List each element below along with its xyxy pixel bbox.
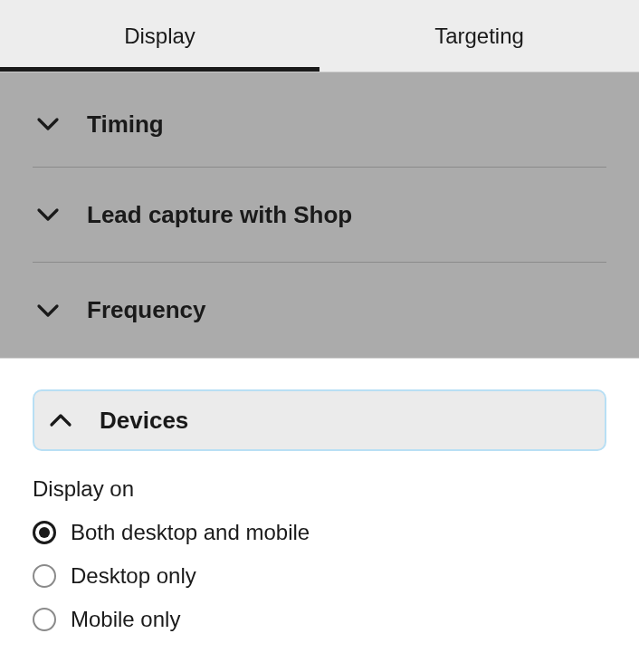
radio-option-both[interactable]: Both desktop and mobile	[33, 520, 606, 545]
accordion-collapsed-group: Timing Lead capture with Shop Frequency	[0, 72, 639, 358]
tabs-bar: Display Targeting	[0, 0, 639, 72]
chevron-down-icon	[33, 109, 63, 139]
tab-targeting[interactable]: Targeting	[320, 0, 639, 72]
tab-display[interactable]: Display	[0, 0, 320, 72]
radio-option-mobile[interactable]: Mobile only	[33, 607, 606, 632]
radio-label: Desktop only	[71, 563, 196, 589]
section-frequency[interactable]: Frequency	[33, 263, 606, 358]
tab-active-indicator	[0, 67, 320, 72]
section-devices-header[interactable]: Devices	[33, 389, 606, 451]
radio-indicator	[33, 521, 56, 544]
section-label: Frequency	[87, 296, 206, 324]
radio-indicator	[33, 564, 56, 588]
section-lead-capture[interactable]: Lead capture with Shop	[33, 168, 606, 263]
section-label: Devices	[100, 407, 188, 435]
section-label: Timing	[87, 110, 164, 139]
section-timing[interactable]: Timing	[33, 72, 606, 168]
radio-group-label: Display on	[33, 476, 606, 502]
section-devices-wrap: Devices Display on Both desktop and mobi…	[0, 358, 639, 632]
chevron-down-icon	[33, 295, 63, 326]
section-label: Lead capture with Shop	[87, 201, 352, 229]
radio-option-desktop[interactable]: Desktop only	[33, 563, 606, 589]
radio-label: Mobile only	[71, 607, 180, 632]
radio-indicator	[33, 608, 56, 631]
section-devices-header-outer: Devices	[33, 359, 606, 476]
radio-label: Both desktop and mobile	[71, 520, 310, 545]
chevron-down-icon	[33, 199, 63, 230]
chevron-up-icon	[45, 405, 76, 436]
accordion-collapsed-inner: Timing Lead capture with Shop Frequency	[0, 72, 639, 358]
